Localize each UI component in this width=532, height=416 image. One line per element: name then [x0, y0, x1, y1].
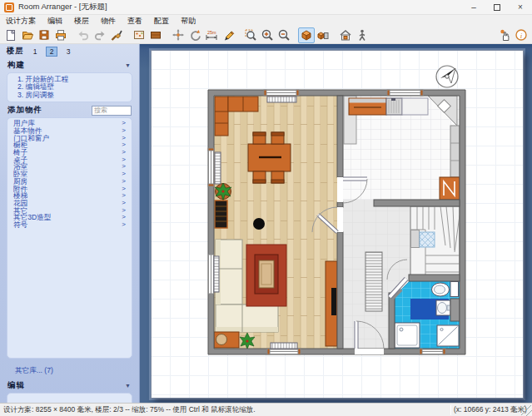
status-plan-info: 设计方案: 8255 × 8400 毫米, 楼层: 2/3 -- 缩放: 75%…	[0, 405, 450, 415]
status-cursor-coordinates: (x: 10666 y: 2413 毫米)	[451, 405, 521, 415]
coffee-table[interactable]	[255, 255, 278, 294]
floors-row: 楼层 1 2 3	[0, 46, 139, 57]
menu-help[interactable]: 帮助	[175, 15, 201, 27]
open-folder-icon[interactable]	[19, 27, 36, 43]
build-title: 构建	[7, 60, 25, 71]
dimensions-icon[interactable]: 25m	[203, 27, 220, 43]
wall-pier	[450, 299, 460, 321]
style-brush-icon[interactable]	[108, 27, 125, 43]
shower[interactable]	[395, 323, 420, 348]
bathroom-sink[interactable]	[436, 300, 450, 315]
view-3d-cube-icon[interactable]	[298, 27, 315, 43]
compass-icon[interactable]	[436, 66, 458, 87]
build-step-room-adjust[interactable]: 3. 房间调整	[17, 92, 128, 99]
refrigerator[interactable]	[440, 177, 460, 200]
dining-table[interactable]	[248, 144, 291, 171]
side-table[interactable]	[214, 332, 239, 348]
draw-pencil-icon[interactable]	[220, 27, 236, 43]
svg-text:25m: 25m	[207, 30, 216, 35]
sidebar: 楼层 1 2 3 构建 ▼ 1. 开始新的工程 2. 编辑墙壁 3. 房间调整 …	[0, 44, 140, 403]
walk-view-icon[interactable]	[354, 27, 370, 43]
hallway-radiator[interactable]	[365, 252, 382, 311]
search-input[interactable]	[92, 106, 132, 116]
door-opening	[337, 207, 343, 232]
title-bar: Room Arranger - [无标题] – ×	[0, 0, 532, 15]
minimize-button[interactable]: –	[462, 0, 485, 15]
menu-view[interactable]: 查看	[122, 15, 148, 27]
chevron-right-icon: >	[122, 221, 126, 229]
menu-bar: 设计方案 编辑 楼层 物件 查看 配置 帮助	[0, 15, 532, 27]
status-bar: 设计方案: 8255 × 8400 毫米, 楼层: 2/3 -- 缩放: 75%…	[0, 403, 532, 416]
toolbar: 25m i	[0, 27, 532, 44]
tv[interactable]	[331, 288, 336, 315]
close-button[interactable]: ×	[509, 0, 532, 15]
bookshelf[interactable]	[215, 201, 227, 228]
tall-cabinet[interactable]	[450, 126, 460, 177]
rotate-icon[interactable]	[186, 27, 203, 43]
object-categories-panel: 用户库> 基本物件> 门口和窗户> 橱柜> 椅子> 桌子> 浴室> 卧室> 厨房…	[7, 117, 132, 359]
toilet[interactable]	[432, 282, 459, 297]
floor-plan[interactable]	[201, 59, 475, 363]
build-panel: 1. 开始新的工程 2. 编辑墙壁 3. 房间调整	[7, 72, 132, 102]
add-objects-title: 添加物件	[7, 105, 42, 116]
edit-section-header[interactable]: 编辑 ▼	[0, 379, 139, 392]
door-opening	[337, 177, 343, 202]
drawing-page[interactable]	[151, 50, 524, 399]
print-icon[interactable]	[52, 27, 69, 43]
washing-machine[interactable]	[437, 325, 459, 346]
zoom-in-icon[interactable]	[259, 27, 276, 43]
floors-label: 楼层	[7, 46, 24, 57]
menu-floor[interactable]: 楼层	[68, 15, 95, 27]
window-title: Room Arranger - [无标题]	[18, 2, 107, 12]
walkthrough-house-icon[interactable]	[337, 27, 354, 43]
drawing-canvas[interactable]	[140, 44, 532, 403]
maximize-button[interactable]	[485, 0, 509, 15]
menu-edit[interactable]: 编辑	[42, 15, 68, 27]
menu-object[interactable]: 物件	[95, 15, 122, 27]
collapse-arrow-icon[interactable]: ▼	[125, 62, 132, 68]
zoom-out-icon[interactable]	[276, 27, 292, 43]
edit-panel	[7, 393, 132, 403]
add-objects-header: 添加物件	[0, 103, 139, 116]
new-document-icon[interactable]	[2, 27, 19, 43]
tv-stand[interactable]	[326, 261, 337, 346]
redo-icon	[92, 27, 108, 43]
more-libraries-link[interactable]: 其它库... (7)	[0, 359, 139, 376]
objects-3d-icon[interactable]	[315, 27, 331, 43]
edit-title: 编辑	[7, 380, 25, 391]
transform-arrows-icon[interactable]	[170, 27, 186, 43]
floor-tab-1[interactable]: 1	[29, 47, 41, 57]
collapse-arrow-icon[interactable]: ▼	[125, 383, 132, 389]
floor-tab-3[interactable]: 3	[62, 47, 74, 57]
material-board-icon[interactable]	[147, 27, 164, 43]
staircase[interactable]	[410, 206, 460, 280]
floor-lamp[interactable]	[253, 218, 265, 230]
floor-tab-2[interactable]: 2	[46, 47, 57, 57]
zoom-selection-icon[interactable]	[242, 27, 259, 43]
app-icon	[4, 2, 14, 12]
about-info-icon[interactable]: i	[513, 27, 530, 43]
menu-options[interactable]: 配置	[148, 15, 175, 27]
kitchen-sink[interactable]	[386, 98, 402, 115]
undo-icon	[75, 27, 92, 43]
pattern-board-icon[interactable]	[131, 27, 147, 43]
pointer-mode-icon[interactable]	[496, 27, 513, 43]
door-opening	[355, 349, 384, 354]
build-section-header[interactable]: 构建 ▼	[0, 59, 139, 72]
category-symbols[interactable]: 符号>	[7, 221, 132, 229]
resize-grip[interactable]	[521, 405, 532, 416]
menu-plan[interactable]: 设计方案	[0, 15, 42, 27]
save-floppy-icon[interactable]	[36, 27, 52, 43]
maximize-icon	[494, 4, 500, 11]
